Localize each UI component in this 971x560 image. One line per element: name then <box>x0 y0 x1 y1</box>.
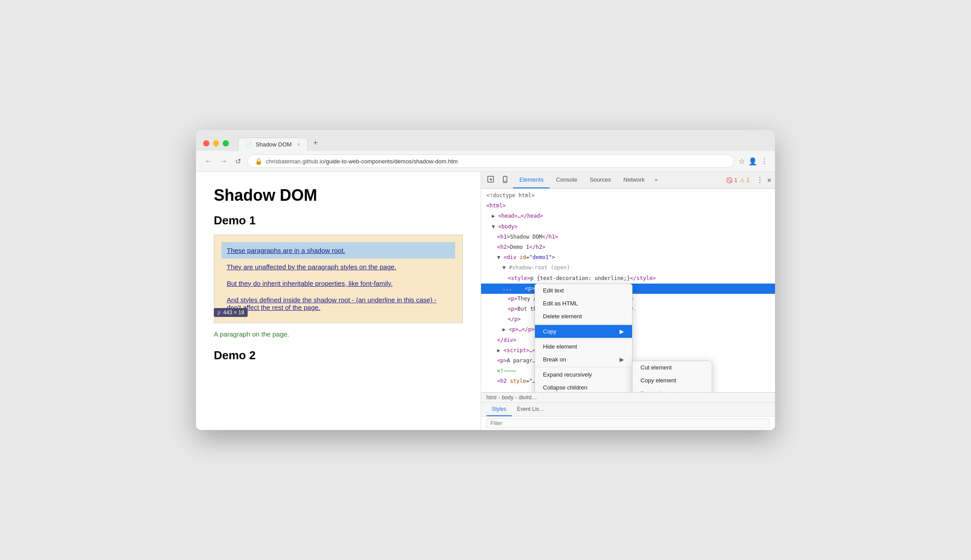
shadow-box: These paragraphs are in a shadow root. T… <box>214 235 463 323</box>
context-menu-divider-1 <box>535 324 632 324</box>
browser-more-icon[interactable]: ⋮ <box>761 157 768 166</box>
devtools-errors: 🚫 1 ⚠ 1 <box>726 177 749 183</box>
devtools-bottom: html › body › div#d… Styles Event Lis… <box>481 392 775 430</box>
context-menu-delete[interactable]: Delete element <box>535 310 632 323</box>
traffic-lights <box>203 140 229 146</box>
back-button[interactable]: ← <box>203 155 214 167</box>
styles-tabs-bar: Styles Event Lis… <box>481 403 775 417</box>
dom-line-shadow-root[interactable]: ▼ #shadow-root (open) <box>481 263 775 273</box>
submenu-cut-element[interactable]: Cut element <box>632 361 712 374</box>
lock-icon: 🔒 <box>255 158 262 165</box>
dom-line-h2-demo1[interactable]: <h2>Demo 1</h2> <box>481 242 775 252</box>
devtools-tabs: Elements Console Sources Network » <box>513 172 724 188</box>
tab-more-button[interactable]: » <box>651 172 661 188</box>
context-menu-break-on[interactable]: Break on ▶ <box>535 353 632 366</box>
devtools-panel: Elements Console Sources Network » 🚫 1 ⚠… <box>481 172 775 430</box>
tab-icon: 📄 <box>245 142 252 148</box>
selected-line-container: ... <p>Thes… root.</p> == $0 Edit text E… <box>481 284 775 294</box>
context-menu-expand[interactable]: Expand recursively <box>535 368 632 381</box>
demo2-title: Demo 2 <box>214 349 463 362</box>
tab-title: Shadow DOM <box>256 141 292 148</box>
new-tab-button[interactable]: + <box>308 135 323 151</box>
dom-line-h1[interactable]: <h1>Shadow DOM</h1> <box>481 232 775 242</box>
context-menu-divider-3 <box>535 367 632 367</box>
profile-icon[interactable]: 👤 <box>748 157 757 166</box>
filter-input[interactable] <box>486 418 770 428</box>
breadcrumb-div[interactable]: div#d… <box>519 394 537 401</box>
shadow-paragraph-4: And styles defined inside the shadow roo… <box>221 292 455 316</box>
context-menu-collapse[interactable]: Collapse children <box>535 381 632 392</box>
dom-line-doctype[interactable]: <!doctype html> <box>481 191 775 201</box>
context-menu-copy[interactable]: Copy ▶ Cut element Copy element Paste el… <box>535 325 632 338</box>
context-menu-hide[interactable]: Hide element <box>535 340 632 353</box>
context-menu-divider-2 <box>535 339 632 339</box>
title-bar: 📄 Shadow DOM × + <box>196 130 775 151</box>
tab-bar: 📄 Shadow DOM × + <box>238 135 323 151</box>
refresh-button[interactable]: ↺ <box>233 155 243 167</box>
context-menu-edit-text[interactable]: Edit text <box>535 284 632 297</box>
page-content: Shadow DOM Demo 1 p 443 × 18 These parag… <box>196 172 481 430</box>
submenu-paste-element[interactable]: Paste element <box>632 387 712 392</box>
inspect-element-button[interactable] <box>485 172 497 188</box>
dom-line-div-demo1[interactable]: ▼ <div id="demo1"> <box>481 252 775 263</box>
dom-line-html[interactable]: <html> <box>481 201 775 211</box>
tab-elements[interactable]: Elements <box>513 172 550 188</box>
devtools-more-icon[interactable]: ⋮ <box>756 176 763 184</box>
submenu-arrow-copy: ▶ <box>620 328 624 335</box>
close-button[interactable] <box>203 140 209 146</box>
shadow-paragraph-1: These paragraphs are in a shadow root. <box>221 242 455 259</box>
dom-line-body[interactable]: ▼ <body> <box>481 222 775 232</box>
address-right-actions: ☆ 👤 ⋮ <box>738 157 768 166</box>
address-input[interactable]: 🔒 chrisbateman.github.io/guide-to-web-co… <box>247 154 734 168</box>
warning-badge: ⚠ 1 <box>740 177 749 183</box>
maximize-button[interactable] <box>223 140 229 146</box>
breadcrumb-bar: html › body › div#d… <box>481 393 775 403</box>
device-toolbar-button[interactable] <box>499 172 511 188</box>
dom-tree: <!doctype html> <html> ▶ <head>…</head> … <box>481 189 775 392</box>
forward-button[interactable]: → <box>218 155 229 167</box>
dom-line-head[interactable]: ▶ <head>…</head> <box>481 211 775 221</box>
tab-close-button[interactable]: × <box>297 142 300 148</box>
shadow-box-inner: These paragraphs are in a shadow root. T… <box>214 235 462 323</box>
shadow-paragraph-3: But they do inherit inheritable properti… <box>221 275 455 292</box>
tab-styles[interactable]: Styles <box>486 403 512 416</box>
browser-window: 📄 Shadow DOM × + ← → ↺ 🔒 chrisbateman.gi… <box>196 130 775 430</box>
browser-tab[interactable]: 📄 Shadow DOM × <box>238 138 308 151</box>
shadow-paragraph-2: They are unaffected by the paragraph sty… <box>221 259 455 275</box>
bookmark-icon[interactable]: ☆ <box>738 157 745 166</box>
copy-submenu: Cut element Copy element Paste element C… <box>632 361 712 392</box>
tooltip-size: 443 × 18 <box>223 309 244 316</box>
main-area: Shadow DOM Demo 1 p 443 × 18 These parag… <box>196 172 775 430</box>
address-text: chrisbateman.github.io/guide-to-web-comp… <box>266 158 458 165</box>
context-menu: Edit text Edit as HTML Delete element Co… <box>534 284 632 392</box>
tab-console[interactable]: Console <box>550 172 583 188</box>
tab-network[interactable]: Network <box>617 172 651 188</box>
green-paragraph: A paragraph on the page. <box>214 330 463 338</box>
submenu-copy-element[interactable]: Copy element <box>632 374 712 387</box>
submenu-arrow-break: ▶ <box>620 356 624 363</box>
breadcrumb-html[interactable]: html <box>486 394 497 401</box>
page-title: Shadow DOM <box>214 186 463 205</box>
minimize-button[interactable] <box>213 140 219 146</box>
dom-line-style[interactable]: <style>p {text-decoration: underline;}</… <box>481 273 775 284</box>
breadcrumb-body[interactable]: body <box>502 394 514 401</box>
devtools-close-icon[interactable]: × <box>767 176 771 184</box>
tab-sources[interactable]: Sources <box>583 172 617 188</box>
filter-bar <box>481 417 775 430</box>
address-bar: ← → ↺ 🔒 chrisbateman.github.io/guide-to-… <box>196 151 775 172</box>
element-tooltip: p 443 × 18 <box>214 308 248 317</box>
demo1-title: Demo 1 <box>214 214 463 227</box>
error-badge: 🚫 1 <box>726 177 737 183</box>
context-menu-edit-html[interactable]: Edit as HTML <box>535 297 632 310</box>
devtools-toolbar: Elements Console Sources Network » 🚫 1 ⚠… <box>481 172 775 189</box>
tab-event-listeners[interactable]: Event Lis… <box>512 403 550 416</box>
